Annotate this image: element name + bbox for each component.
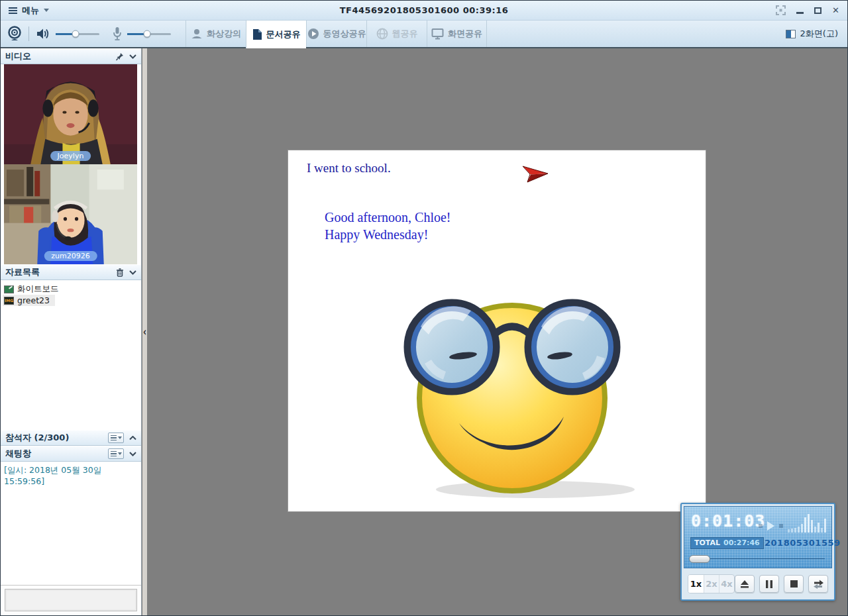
app-window: 메뉴 TF44569201805301600 00:39:16 ✕ bbox=[0, 0, 848, 616]
trash-icon[interactable] bbox=[116, 268, 124, 277]
whiteboard-icon bbox=[4, 285, 14, 293]
chevron-up-icon[interactable] bbox=[129, 436, 136, 440]
total-time-badge: TOTAL 00:27:46 bbox=[690, 537, 764, 549]
participant-name-badge: Joeylyn bbox=[50, 151, 91, 161]
chat-menu-button[interactable] bbox=[108, 448, 124, 459]
minimize-button[interactable] bbox=[796, 12, 804, 14]
pause-button[interactable] bbox=[759, 575, 779, 593]
stop-button[interactable] bbox=[784, 575, 804, 593]
fullscreen-icon[interactable] bbox=[776, 5, 786, 15]
chat-panel-header: 채팅창 bbox=[1, 446, 141, 462]
microphone-icon[interactable] bbox=[113, 26, 122, 41]
toolbar: 화상강의 문서공유 동영상공유 bbox=[1, 21, 847, 48]
whiteboard-greeting: Good afternoon, Chloe! Happy Wednesday! bbox=[325, 209, 451, 243]
recording-player-panel: 0:01:03 bbox=[680, 503, 835, 601]
hamburger-icon bbox=[9, 7, 17, 14]
speed-2x-button[interactable]: 2x bbox=[704, 575, 719, 593]
maximize-button[interactable] bbox=[814, 7, 822, 14]
speed-selector: 1x 2x 4x bbox=[688, 574, 735, 593]
document-icon bbox=[252, 28, 262, 40]
swap-arrows-icon bbox=[813, 580, 823, 589]
elapsed-time-display: 0:01:03 bbox=[691, 511, 765, 531]
screen-mode-label: 2화면(고) bbox=[800, 28, 838, 40]
speed-4x-button[interactable]: 4x bbox=[719, 575, 734, 593]
video-feed-student[interactable]: zum20926 bbox=[4, 164, 137, 264]
chevron-down-icon[interactable] bbox=[129, 270, 136, 275]
eject-button[interactable] bbox=[735, 575, 755, 593]
participant-name-badge: zum20926 bbox=[44, 251, 97, 261]
video-panel-header: 비디오 bbox=[1, 48, 141, 64]
tab-label: 화면공유 bbox=[448, 28, 482, 40]
tab-document-share[interactable]: 문서공유 bbox=[246, 21, 306, 48]
menu-button[interactable]: 메뉴 bbox=[1, 5, 57, 17]
collapse-chevron-icon: ‹ bbox=[143, 325, 146, 338]
tab-label: 문서공유 bbox=[266, 28, 301, 40]
material-item-whiteboard[interactable]: 화이트보드 bbox=[3, 283, 139, 295]
chevron-down-icon bbox=[44, 9, 49, 12]
chat-message: [일시: 2018년 05월 30일 15:59:56] bbox=[1, 462, 141, 489]
equalizer-icon bbox=[788, 513, 826, 533]
speed-1x-button[interactable]: 1x bbox=[688, 575, 704, 593]
play-icon bbox=[767, 521, 774, 531]
tab-label: 웹공유 bbox=[392, 28, 418, 40]
material-label: 화이트보드 bbox=[17, 283, 59, 295]
window-title: TF44569201805301600 00:39:16 bbox=[1, 5, 847, 15]
materials-panel-title: 자료목록 bbox=[5, 266, 40, 278]
image-icon: IMG bbox=[4, 297, 14, 305]
whiteboard-text-line2: Good afternoon, Chloe! bbox=[325, 209, 451, 226]
attendees-panel-header: 참석자 (2/300) bbox=[1, 430, 141, 446]
materials-panel-header: 자료목록 bbox=[1, 264, 141, 280]
left-lens bbox=[408, 303, 496, 391]
chat-message-area[interactable]: [일시: 2018년 05월 30일 15:59:56] bbox=[1, 462, 141, 585]
shared-document-whiteboard[interactable]: I went to school. Good afternoon, Chloe!… bbox=[288, 150, 706, 512]
video-feed-teacher[interactable]: Joeylyn bbox=[4, 64, 137, 164]
sidebar-collapse-handle[interactable]: ‹ bbox=[142, 48, 147, 615]
pause-icon bbox=[766, 580, 772, 588]
material-item-greet23[interactable]: IMG greet23 bbox=[3, 295, 55, 306]
materials-list: 화이트보드 IMG greet23 bbox=[1, 280, 141, 430]
tab-label: 화상강의 bbox=[207, 28, 241, 40]
mic-volume-slider[interactable] bbox=[127, 33, 171, 35]
speaker-icon[interactable] bbox=[36, 28, 50, 40]
total-time-value: 00:27:46 bbox=[723, 539, 760, 547]
eject-icon bbox=[740, 580, 749, 588]
right-lens bbox=[529, 303, 616, 391]
speaker-volume-slider[interactable] bbox=[56, 33, 99, 35]
seek-thumb[interactable] bbox=[689, 555, 710, 563]
chat-panel-title: 채팅창 bbox=[5, 448, 31, 460]
stop-icon bbox=[790, 580, 798, 588]
play-circle-icon bbox=[307, 28, 319, 40]
webcam-icon[interactable] bbox=[7, 26, 22, 42]
person-icon bbox=[191, 28, 203, 40]
student-video-frame bbox=[4, 164, 137, 264]
chevron-down-icon[interactable] bbox=[129, 54, 136, 59]
tab-screen-share[interactable]: 화면공유 bbox=[427, 21, 487, 47]
material-label: greet23 bbox=[17, 295, 50, 305]
seek-track[interactable] bbox=[691, 558, 825, 559]
pin-icon[interactable] bbox=[116, 52, 124, 61]
tab-video-file-share[interactable]: 동영상공유 bbox=[306, 21, 366, 47]
close-button[interactable]: ✕ bbox=[832, 6, 839, 15]
screen-layout-selector[interactable]: 2화면(고) bbox=[786, 21, 847, 47]
monitor-icon bbox=[431, 28, 444, 40]
smiley-glasses-image bbox=[386, 279, 661, 501]
whiteboard-text-line3: Happy Wednesday! bbox=[325, 226, 451, 243]
globe-icon bbox=[376, 28, 388, 40]
menu-label: 메뉴 bbox=[22, 5, 39, 17]
whiteboard-text-line1: I went to school. bbox=[307, 161, 391, 176]
player-lcd-display: 0:01:03 bbox=[684, 506, 832, 568]
video-panel-title: 비디오 bbox=[5, 50, 31, 62]
playback-state-indicator bbox=[759, 521, 783, 531]
player-controls: 1x 2x 4x bbox=[682, 568, 834, 599]
split-screen-icon bbox=[786, 30, 796, 38]
chevron-down-icon[interactable] bbox=[129, 452, 136, 456]
transfer-button[interactable] bbox=[808, 575, 828, 593]
tab-video-lecture[interactable]: 화상강의 bbox=[186, 21, 246, 47]
chat-input[interactable] bbox=[5, 589, 137, 611]
total-label: TOTAL bbox=[694, 539, 720, 547]
share-tabs: 화상강의 문서공유 동영상공유 bbox=[186, 21, 487, 47]
titlebar: 메뉴 TF44569201805301600 00:39:16 ✕ bbox=[1, 1, 847, 21]
tab-web-share[interactable]: 웹공유 bbox=[366, 21, 427, 47]
attendees-panel-title: 참석자 (2/300) bbox=[5, 432, 69, 444]
attendees-menu-button[interactable] bbox=[108, 433, 124, 443]
